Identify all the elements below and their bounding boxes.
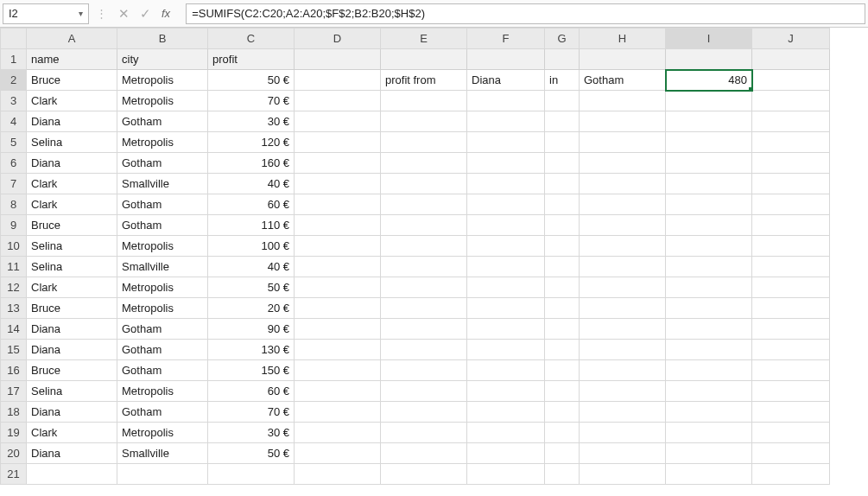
cell-E20[interactable] <box>381 443 467 464</box>
cell-E19[interactable] <box>381 423 467 443</box>
cell-D18[interactable] <box>295 402 381 423</box>
cell-B16[interactable]: Gotham <box>117 360 208 381</box>
cell-G20[interactable] <box>545 443 580 464</box>
cell-J3[interactable] <box>752 91 830 111</box>
cell-I5[interactable] <box>666 132 752 153</box>
cell-G7[interactable] <box>545 174 580 194</box>
cell-G12[interactable] <box>545 277 580 298</box>
cell-F6[interactable] <box>467 153 545 174</box>
cell-J9[interactable] <box>752 215 830 236</box>
col-header-H[interactable]: H <box>580 29 666 49</box>
cell-F1[interactable] <box>467 49 545 70</box>
cell-G19[interactable] <box>545 423 580 443</box>
cell-J13[interactable] <box>752 298 830 319</box>
col-header-F[interactable]: F <box>467 29 545 49</box>
cell-I1[interactable] <box>666 49 752 70</box>
cell-E3[interactable] <box>381 91 467 111</box>
cell-E12[interactable] <box>381 277 467 298</box>
cell-A18[interactable]: Diana <box>27 402 117 423</box>
cell-G16[interactable] <box>545 360 580 381</box>
cell-B9[interactable]: Gotham <box>117 215 208 236</box>
cell-C15[interactable]: 130 € <box>208 340 295 360</box>
cell-G14[interactable] <box>545 319 580 340</box>
cell-F21[interactable] <box>467 464 545 485</box>
cell-G10[interactable] <box>545 236 580 257</box>
cell-D12[interactable] <box>295 277 381 298</box>
cell-I17[interactable] <box>666 381 752 402</box>
cell-A11[interactable]: Selina <box>27 257 117 277</box>
row-header-14[interactable]: 14 <box>1 319 27 340</box>
cell-E18[interactable] <box>381 402 467 423</box>
cell-D13[interactable] <box>295 298 381 319</box>
cell-G1[interactable] <box>545 49 580 70</box>
cell-C10[interactable]: 100 € <box>208 236 295 257</box>
cell-F13[interactable] <box>467 298 545 319</box>
cell-H19[interactable] <box>580 423 666 443</box>
cell-D3[interactable] <box>295 91 381 111</box>
cell-A10[interactable]: Selina <box>27 236 117 257</box>
cell-E2[interactable]: profit from <box>381 70 467 91</box>
cell-A16[interactable]: Bruce <box>27 360 117 381</box>
cell-I16[interactable] <box>666 360 752 381</box>
cell-B7[interactable]: Smallville <box>117 174 208 194</box>
cell-A17[interactable]: Selina <box>27 381 117 402</box>
cell-C2[interactable]: 50 € <box>208 70 295 91</box>
accept-icon[interactable]: ✓ <box>140 6 151 22</box>
row-header-11[interactable]: 11 <box>1 257 27 277</box>
cell-J8[interactable] <box>752 194 830 215</box>
cell-B3[interactable]: Metropolis <box>117 91 208 111</box>
cell-J6[interactable] <box>752 153 830 174</box>
cell-J2[interactable] <box>752 70 830 91</box>
cell-E15[interactable] <box>381 340 467 360</box>
cell-H10[interactable] <box>580 236 666 257</box>
cell-H17[interactable] <box>580 381 666 402</box>
cell-D21[interactable] <box>295 464 381 485</box>
cell-J7[interactable] <box>752 174 830 194</box>
cell-A7[interactable]: Clark <box>27 174 117 194</box>
cell-F11[interactable] <box>467 257 545 277</box>
cancel-icon[interactable]: ✕ <box>118 6 130 22</box>
cell-I11[interactable] <box>666 257 752 277</box>
cell-I2[interactable]: 480 <box>666 70 752 91</box>
row-header-9[interactable]: 9 <box>1 215 27 236</box>
cell-C19[interactable]: 30 € <box>208 423 295 443</box>
cell-H5[interactable] <box>580 132 666 153</box>
cell-G15[interactable] <box>545 340 580 360</box>
cell-B15[interactable]: Gotham <box>117 340 208 360</box>
cell-F17[interactable] <box>467 381 545 402</box>
cell-B19[interactable]: Metropolis <box>117 423 208 443</box>
cell-C14[interactable]: 90 € <box>208 319 295 340</box>
cell-C4[interactable]: 30 € <box>208 111 295 132</box>
select-all-corner[interactable] <box>1 29 27 49</box>
formula-input[interactable]: =SUMIFS(C2:C20;A2:A20;$F$2;B2:B20;$H$2) <box>186 3 865 24</box>
cell-C1[interactable]: profit <box>208 49 295 70</box>
cell-J20[interactable] <box>752 443 830 464</box>
cell-C9[interactable]: 110 € <box>208 215 295 236</box>
cell-I15[interactable] <box>666 340 752 360</box>
cell-C12[interactable]: 50 € <box>208 277 295 298</box>
cell-C8[interactable]: 60 € <box>208 194 295 215</box>
cell-J16[interactable] <box>752 360 830 381</box>
row-header-16[interactable]: 16 <box>1 360 27 381</box>
cell-E4[interactable] <box>381 111 467 132</box>
cell-G6[interactable] <box>545 153 580 174</box>
cell-I14[interactable] <box>666 319 752 340</box>
cell-B1[interactable]: city <box>117 49 208 70</box>
cell-A8[interactable]: Clark <box>27 194 117 215</box>
cell-F4[interactable] <box>467 111 545 132</box>
row-header-5[interactable]: 5 <box>1 132 27 153</box>
cell-C6[interactable]: 160 € <box>208 153 295 174</box>
cell-G2[interactable]: in <box>545 70 580 91</box>
row-header-4[interactable]: 4 <box>1 111 27 132</box>
splitter-handle[interactable]: ⋮ <box>94 7 108 20</box>
col-header-C[interactable]: C <box>208 29 295 49</box>
cell-D6[interactable] <box>295 153 381 174</box>
row-header-3[interactable]: 3 <box>1 91 27 111</box>
cell-G3[interactable] <box>545 91 580 111</box>
cell-D5[interactable] <box>295 132 381 153</box>
cell-D4[interactable] <box>295 111 381 132</box>
cell-C17[interactable]: 60 € <box>208 381 295 402</box>
cell-G4[interactable] <box>545 111 580 132</box>
cell-F5[interactable] <box>467 132 545 153</box>
col-header-B[interactable]: B <box>117 29 208 49</box>
